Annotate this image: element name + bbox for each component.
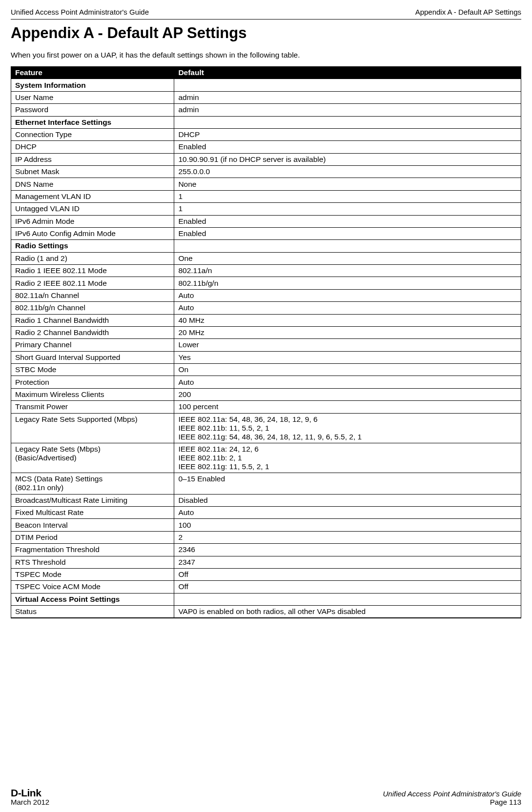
cell-default (174, 593, 521, 605)
cell-default: 0–15 Enabled (174, 473, 521, 494)
cell-feature: DTIM Period (11, 531, 174, 543)
defaults-table: Feature Default System InformationUser N… (11, 66, 521, 618)
cell-feature: IPv6 Auto Config Admin Mode (11, 227, 174, 239)
cell-default: On (174, 364, 521, 376)
table-row: Beacon Interval100 (11, 519, 521, 531)
footer-guide-title: Unified Access Point Administrator's Gui… (383, 790, 521, 798)
header-feature: Feature (11, 67, 174, 79)
cell-default (174, 79, 521, 91)
cell-default: 2346 (174, 544, 521, 556)
cell-feature: Short Guard Interval Supported (11, 351, 174, 363)
cell-default: Off (174, 581, 521, 593)
table-row: Fixed Multicast RateAuto (11, 507, 521, 519)
cell-default: 100 (174, 519, 521, 531)
cell-feature: Transmit Power (11, 401, 174, 413)
footer-page: Page 113 (383, 798, 521, 806)
table-row: Radio 2 IEEE 802.11 Mode802.11b/g/n (11, 277, 521, 289)
table-row: 802.11b/g/n ChannelAuto (11, 302, 521, 314)
cell-feature: Radio (1 and 2) (11, 252, 174, 264)
cell-default: 802.11b/g/n (174, 277, 521, 289)
cell-feature: Radio 1 IEEE 802.11 Mode (11, 265, 174, 277)
cell-default: Auto (174, 302, 521, 314)
table-row: ProtectionAuto (11, 376, 521, 388)
cell-feature: Password (11, 104, 174, 116)
cell-feature: Subnet Mask (11, 166, 174, 178)
cell-default: 100 percent (174, 401, 521, 413)
cell-feature: Ethernet Interface Settings (11, 116, 174, 128)
cell-feature: System Information (11, 79, 174, 91)
table-row: IPv6 Admin ModeEnabled (11, 215, 521, 227)
footer-left: D-Link March 2012 (11, 787, 49, 806)
brand-logo: D-Link (11, 787, 49, 799)
footer-right: Unified Access Point Administrator's Gui… (383, 790, 521, 806)
cell-default: Enabled (174, 227, 521, 239)
header-right: Appendix A - Default AP Settings (415, 8, 521, 16)
cell-default: 802.11a/n (174, 265, 521, 277)
cell-default: 10.90.90.91 (if no DHCP server is availa… (174, 153, 521, 165)
cell-feature: Radio 2 Channel Bandwidth (11, 326, 174, 338)
cell-default: VAP0 is enabled on both radios, all othe… (174, 606, 521, 618)
cell-feature: Legacy Rate Sets Supported (Mbps) (11, 413, 174, 443)
table-row: Radio 1 Channel Bandwidth40 MHz (11, 314, 521, 326)
table-row: Short Guard Interval SupportedYes (11, 351, 521, 363)
cell-feature: Primary Channel (11, 339, 174, 351)
cell-default: Auto (174, 289, 521, 301)
table-row: Fragmentation Threshold2346 (11, 544, 521, 556)
cell-feature: MCS (Data Rate) Settings (802.11n only) (11, 473, 174, 494)
table-row: Legacy Rate Sets Supported (Mbps)IEEE 80… (11, 413, 521, 443)
table-row: Subnet Mask255.0.0.0 (11, 166, 521, 178)
cell-feature: Beacon Interval (11, 519, 174, 531)
cell-default: Enabled (174, 141, 521, 153)
cell-feature: Broadcast/Multicast Rate Limiting (11, 494, 174, 506)
page-header: Unified Access Point Administrator's Gui… (11, 8, 521, 16)
cell-default: 1 (174, 203, 521, 215)
table-row: MCS (Data Rate) Settings (802.11n only)0… (11, 473, 521, 494)
cell-default (174, 240, 521, 252)
cell-default: admin (174, 104, 521, 116)
table-row: User Nameadmin (11, 91, 521, 103)
cell-feature: Fragmentation Threshold (11, 544, 174, 556)
cell-feature: User Name (11, 91, 174, 103)
cell-feature: Untagged VLAN ID (11, 203, 174, 215)
cell-feature: 802.11b/g/n Channel (11, 302, 174, 314)
cell-feature: 802.11a/n Channel (11, 289, 174, 301)
cell-feature: Legacy Rate Sets (Mbps) (Basic/Advertise… (11, 443, 174, 473)
cell-default (174, 116, 521, 128)
table-row: DHCPEnabled (11, 141, 521, 153)
page-title: Appendix A - Default AP Settings (11, 24, 521, 42)
cell-default: Disabled (174, 494, 521, 506)
header-left: Unified Access Point Administrator's Gui… (11, 8, 149, 16)
table-row: STBC ModeOn (11, 364, 521, 376)
cell-feature: TSPEC Voice ACM Mode (11, 581, 174, 593)
table-row: DTIM Period2 (11, 531, 521, 543)
table-row: System Information (11, 79, 521, 91)
table-row: RTS Threshold2347 (11, 556, 521, 568)
table-row: StatusVAP0 is enabled on both radios, al… (11, 606, 521, 618)
table-row: Connection TypeDHCP (11, 128, 521, 140)
table-row: DNS NameNone (11, 178, 521, 190)
table-row: TSPEC ModeOff (11, 568, 521, 580)
intro-text: When you first power on a UAP, it has th… (11, 51, 521, 59)
cell-default: admin (174, 91, 521, 103)
table-header-row: Feature Default (11, 67, 521, 79)
cell-default: 1 (174, 190, 521, 202)
cell-feature: STBC Mode (11, 364, 174, 376)
cell-default: DHCP (174, 128, 521, 140)
header-default: Default (174, 67, 521, 79)
cell-feature: Protection (11, 376, 174, 388)
cell-feature: Status (11, 606, 174, 618)
table-row: Maximum Wireless Clients200 (11, 388, 521, 400)
header-divider (11, 19, 521, 20)
table-row: Transmit Power100 percent (11, 401, 521, 413)
cell-default: Yes (174, 351, 521, 363)
table-row: TSPEC Voice ACM ModeOff (11, 581, 521, 593)
cell-feature: Radio 1 Channel Bandwidth (11, 314, 174, 326)
cell-default: 2347 (174, 556, 521, 568)
cell-feature: Maximum Wireless Clients (11, 388, 174, 400)
table-row: Passwordadmin (11, 104, 521, 116)
table-row: Virtual Access Point Settings (11, 593, 521, 605)
cell-default: Auto (174, 376, 521, 388)
cell-feature: IPv6 Admin Mode (11, 215, 174, 227)
table-row: Primary ChannelLower (11, 339, 521, 351)
table-row: Management VLAN ID1 (11, 190, 521, 202)
